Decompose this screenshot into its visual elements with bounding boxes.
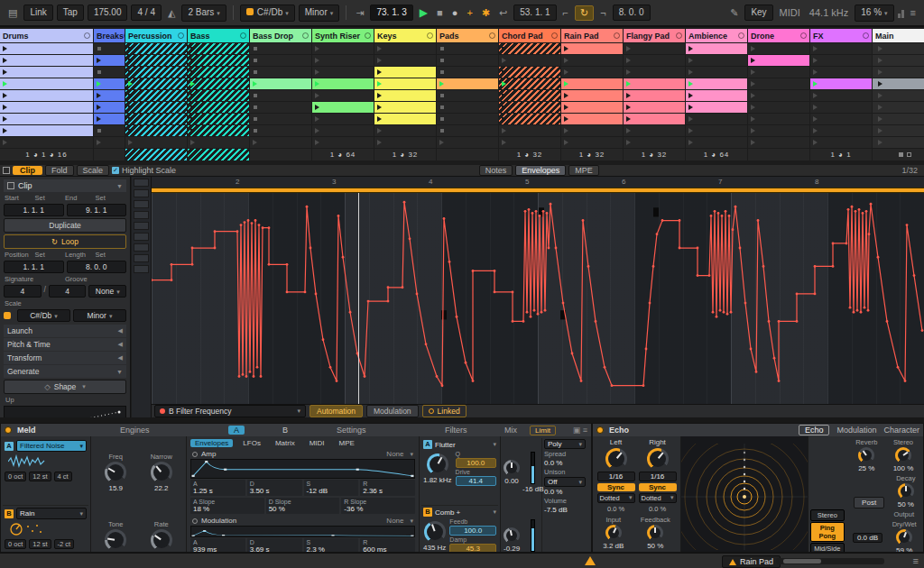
- device-extra-icons[interactable]: ▣ ≡: [573, 426, 587, 435]
- clip-slot[interactable]: [810, 78, 872, 89]
- clip-slot[interactable]: [312, 55, 374, 66]
- clip-slot[interactable]: [312, 78, 374, 89]
- clip-slot[interactable]: [686, 114, 747, 124]
- param-r[interactable]: R600 ms: [360, 538, 415, 553]
- clip-slot[interactable]: [250, 137, 311, 148]
- section-generate[interactable]: Generate▼: [4, 365, 126, 378]
- clip-slot[interactable]: [188, 90, 249, 101]
- clip-slot[interactable]: [437, 125, 498, 136]
- loop-length-field[interactable]: 8. 0. 0: [613, 5, 651, 21]
- clip-slot[interactable]: [312, 137, 374, 148]
- reverb-position-selector[interactable]: Post: [854, 497, 884, 508]
- scene-slot-6[interactable]: 6: [873, 102, 924, 113]
- clip-slot[interactable]: [624, 43, 685, 54]
- overdub-button[interactable]: +: [464, 6, 475, 19]
- track-bass[interactable]: Bass: [188, 29, 249, 162]
- track-main[interactable]: Main123456789: [873, 29, 924, 162]
- clip-slot[interactable]: [686, 137, 747, 148]
- clip-signature-denominator[interactable]: 4: [49, 285, 87, 298]
- left-division-field[interactable]: 1/16: [597, 472, 635, 481]
- clip-slot[interactable]: [810, 90, 872, 101]
- status-menu-icon[interactable]: ≡: [913, 555, 919, 566]
- clip-slot[interactable]: [0, 55, 93, 66]
- clip-slot[interactable]: [374, 90, 436, 101]
- clip-slot[interactable]: [499, 78, 560, 89]
- track-fold-icon[interactable]: [84, 32, 90, 39]
- track-header[interactable]: Bass Drop: [250, 29, 311, 42]
- beat-ruler[interactable]: 2345678: [152, 177, 924, 188]
- tab-engine-b[interactable]: B: [277, 426, 293, 435]
- loop-length-field[interactable]: 8. 0. 0: [67, 261, 127, 273]
- selected-clip-chip[interactable]: Rain Pad: [722, 555, 781, 568]
- filter-b-damp-field[interactable]: 45.3: [449, 544, 496, 553]
- param-s[interactable]: S-12 dB: [304, 480, 359, 496]
- track-fold-icon[interactable]: [863, 32, 869, 39]
- clip-slot[interactable]: [250, 55, 311, 66]
- clip-slot[interactable]: [250, 67, 311, 78]
- lane-block[interactable]: [134, 189, 149, 197]
- tab-ping-pong[interactable]: Ping Pong: [810, 522, 845, 542]
- envelope-param-chooser[interactable]: B Filter Frequency▾: [154, 405, 306, 417]
- right-division-field[interactable]: 1/16: [639, 472, 677, 481]
- clip-slot[interactable]: [94, 67, 125, 78]
- track-fold-icon[interactable]: [551, 32, 558, 39]
- track-rain-pad[interactable]: Rain Pad1 ◕ 32: [561, 29, 623, 162]
- spread-field[interactable]: 0.0 %: [544, 459, 586, 467]
- clip-end-field[interactable]: 9. 1. 1: [67, 204, 127, 216]
- tab-mid-side[interactable]: Mid/Side: [810, 543, 845, 553]
- poly-selector[interactable]: Poly▾: [544, 439, 586, 449]
- track-drone[interactable]: Drone: [748, 29, 809, 162]
- lane-block[interactable]: [134, 200, 149, 208]
- menu-icon[interactable]: ≡: [908, 6, 919, 19]
- scene-slot-7[interactable]: 7: [873, 114, 924, 124]
- track-bass-drop[interactable]: Bass Drop: [250, 29, 311, 162]
- cpu-meter-value[interactable]: 16 %▾: [855, 5, 893, 22]
- draw-mode-button[interactable]: ✎: [727, 6, 741, 20]
- clip-slot[interactable]: [0, 43, 93, 54]
- unison-amount-field[interactable]: 0.0 %: [544, 488, 586, 496]
- section-pitch-time[interactable]: Pitch & Time◀: [4, 338, 126, 351]
- grid-setting[interactable]: 1/32: [901, 166, 918, 175]
- clip-section-header[interactable]: Clip▼: [4, 179, 126, 192]
- clip-slot[interactable]: [748, 125, 809, 136]
- track-header[interactable]: Pads: [437, 29, 498, 42]
- loop-switch[interactable]: ↻: [575, 5, 594, 21]
- clip-slot[interactable]: [499, 43, 560, 54]
- tone-knob[interactable]: Tone11.1: [105, 520, 126, 554]
- clip-slot[interactable]: [499, 55, 560, 66]
- track-header[interactable]: Rain Pad: [561, 29, 623, 42]
- clip-slot[interactable]: [125, 90, 187, 101]
- device-on-toggle[interactable]: [596, 426, 604, 434]
- clip-slot[interactable]: [686, 125, 747, 136]
- left-sync-toggle[interactable]: Sync: [597, 483, 635, 491]
- tab-echo[interactable]: Echo: [799, 425, 830, 435]
- clip-slot[interactable]: [810, 125, 872, 136]
- arrangement-position[interactable]: 73. 1. 3: [370, 5, 412, 21]
- track-drums[interactable]: Drums1 ◕ 1 ◕ 16: [0, 29, 93, 162]
- amp-route-selector[interactable]: None: [386, 450, 403, 458]
- clip-slot[interactable]: [624, 90, 685, 101]
- right-sync-mode[interactable]: Dotted▾: [639, 493, 677, 503]
- clip-slot[interactable]: [374, 125, 436, 136]
- clip-slot[interactable]: [686, 43, 747, 54]
- scene-slot-4[interactable]: 4: [873, 78, 924, 89]
- track-fold-icon[interactable]: [124, 32, 125, 39]
- clip-slot[interactable]: [748, 78, 809, 89]
- track-synth-riser[interactable]: Synth Riser1 ◕ 64: [312, 29, 374, 162]
- mod-envelope-graph[interactable]: [190, 526, 415, 537]
- track-header[interactable]: Main: [873, 29, 924, 42]
- clip-slot[interactable]: [748, 90, 809, 101]
- param-s[interactable]: S2.3 %: [304, 538, 359, 553]
- level-b-slider[interactable]: [531, 519, 535, 552]
- clip-slot[interactable]: [312, 67, 374, 78]
- tab-clip[interactable]: Clip: [13, 166, 42, 175]
- track-header[interactable]: Breaks: [94, 29, 125, 42]
- clip-slot[interactable]: [374, 137, 436, 148]
- tab-mix[interactable]: Mix: [504, 426, 517, 435]
- tab-character[interactable]: Character: [883, 426, 919, 435]
- envelope-canvas[interactable]: [152, 193, 924, 404]
- param-a-slope[interactable]: A Slope18 %: [190, 498, 264, 514]
- clip-slot[interactable]: [686, 67, 747, 78]
- track-fold-icon[interactable]: [302, 32, 309, 39]
- clip-slot[interactable]: [0, 90, 93, 101]
